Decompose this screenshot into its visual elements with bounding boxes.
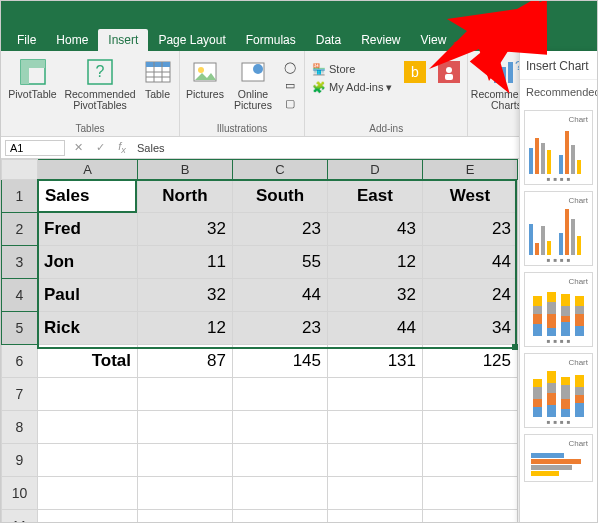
cell[interactable]: East (328, 180, 423, 213)
chart-thumb-hbar[interactable]: Chart (524, 434, 593, 482)
cell[interactable]: Rick (38, 312, 138, 345)
cell[interactable] (233, 378, 328, 411)
screenshot-button[interactable]: ▢ (280, 95, 300, 111)
cell[interactable]: 87 (138, 345, 233, 378)
store-button[interactable]: 🏪Store (309, 61, 395, 77)
row-header[interactable]: 9 (2, 444, 38, 477)
chart-thumb-stacked[interactable]: Chart ■■■■ (524, 272, 593, 347)
cell[interactable] (138, 378, 233, 411)
cell[interactable]: West (423, 180, 518, 213)
cell[interactable] (328, 411, 423, 444)
cell[interactable] (38, 477, 138, 510)
name-box[interactable]: A1 (5, 140, 65, 156)
cell[interactable]: 12 (138, 312, 233, 345)
cell[interactable] (233, 411, 328, 444)
tab-page-layout[interactable]: Page Layout (148, 29, 235, 51)
cell[interactable]: Paul (38, 279, 138, 312)
table-button[interactable]: Table (140, 55, 175, 122)
cell[interactable] (423, 510, 518, 524)
tab-file[interactable]: File (7, 29, 46, 51)
tab-home[interactable]: Home (46, 29, 98, 51)
cell[interactable]: 24 (423, 279, 518, 312)
cell[interactable] (328, 510, 423, 524)
pivottable-button[interactable]: PivotTable (5, 55, 60, 122)
my-addins-button[interactable]: 🧩My Add-ins ▾ (309, 79, 395, 95)
cell[interactable]: 32 (138, 279, 233, 312)
cell[interactable]: 12 (328, 246, 423, 279)
cell[interactable] (138, 444, 233, 477)
cell[interactable] (233, 477, 328, 510)
cell[interactable] (38, 411, 138, 444)
cell[interactable]: 44 (233, 279, 328, 312)
shapes-button[interactable]: ◯ (280, 59, 300, 75)
cell[interactable]: 32 (328, 279, 423, 312)
worksheet[interactable]: A B C D E 1 Sales North South East West … (1, 159, 597, 523)
row-header[interactable]: 1 (2, 180, 38, 213)
cell[interactable] (138, 411, 233, 444)
row-header[interactable]: 6 (2, 345, 38, 378)
col-header-c[interactable]: C (233, 160, 328, 180)
row-header[interactable]: 7 (2, 378, 38, 411)
cell[interactable]: North (138, 180, 233, 213)
col-header-a[interactable]: A (38, 160, 138, 180)
row-header[interactable]: 8 (2, 411, 38, 444)
cell[interactable] (138, 510, 233, 524)
cell[interactable]: Fred (38, 213, 138, 246)
select-all-corner[interactable] (2, 160, 38, 180)
cell[interactable] (328, 444, 423, 477)
chart-thumb-stacked2[interactable]: Chart ■■■■ (524, 353, 593, 428)
cell[interactable] (233, 444, 328, 477)
cell[interactable] (138, 477, 233, 510)
cell[interactable]: Jon (38, 246, 138, 279)
tab-review[interactable]: Review (351, 29, 410, 51)
col-header-e[interactable]: E (423, 160, 518, 180)
cell[interactable] (423, 411, 518, 444)
cell[interactable]: 23 (233, 312, 328, 345)
tab-data[interactable]: Data (306, 29, 351, 51)
cell[interactable] (233, 510, 328, 524)
cell[interactable]: 125 (423, 345, 518, 378)
row-header[interactable]: 2 (2, 213, 38, 246)
cell[interactable]: 11 (138, 246, 233, 279)
recommended-pivottables-button[interactable]: ? Recommended PivotTables (66, 55, 134, 122)
cell[interactable] (38, 510, 138, 524)
cell[interactable]: 32 (138, 213, 233, 246)
cell[interactable]: 23 (423, 213, 518, 246)
cell[interactable]: 43 (328, 213, 423, 246)
chart-thumb-clustered2[interactable]: Chart ■■■■ (524, 191, 593, 266)
fx-icon[interactable]: fx (113, 140, 131, 155)
cell[interactable] (328, 378, 423, 411)
cell[interactable] (328, 477, 423, 510)
col-header-b[interactable]: B (138, 160, 233, 180)
cell[interactable]: Total (38, 345, 138, 378)
cell[interactable]: Sales (38, 180, 138, 213)
cell[interactable] (423, 444, 518, 477)
cell[interactable] (423, 378, 518, 411)
cell[interactable]: 44 (328, 312, 423, 345)
tab-formulas[interactable]: Formulas (236, 29, 306, 51)
row-header[interactable]: 5 (2, 312, 38, 345)
enter-icon[interactable]: ✓ (91, 141, 109, 154)
cancel-icon[interactable]: ✕ (69, 141, 87, 154)
cell[interactable]: 34 (423, 312, 518, 345)
cell[interactable] (38, 444, 138, 477)
row-header[interactable]: 10 (2, 477, 38, 510)
col-header-d[interactable]: D (328, 160, 423, 180)
row-header[interactable]: 4 (2, 279, 38, 312)
cell[interactable]: 131 (328, 345, 423, 378)
row-header[interactable]: 11 (2, 510, 38, 524)
online-pictures-button[interactable]: Online Pictures (232, 55, 274, 122)
cell[interactable]: 44 (423, 246, 518, 279)
smartart-button[interactable]: ▭ (280, 77, 300, 93)
tab-insert[interactable]: Insert (98, 29, 148, 51)
cell[interactable] (423, 477, 518, 510)
cell[interactable]: 145 (233, 345, 328, 378)
chart-thumb-clustered[interactable]: Chart ■■■■ (524, 110, 593, 185)
tab-view[interactable]: View (411, 29, 457, 51)
tell-me[interactable]: Tell me what you want to d (456, 29, 506, 51)
cell[interactable]: 23 (233, 213, 328, 246)
pictures-button[interactable]: Pictures (184, 55, 226, 122)
cell[interactable]: 55 (233, 246, 328, 279)
row-header[interactable]: 3 (2, 246, 38, 279)
cell[interactable] (38, 378, 138, 411)
